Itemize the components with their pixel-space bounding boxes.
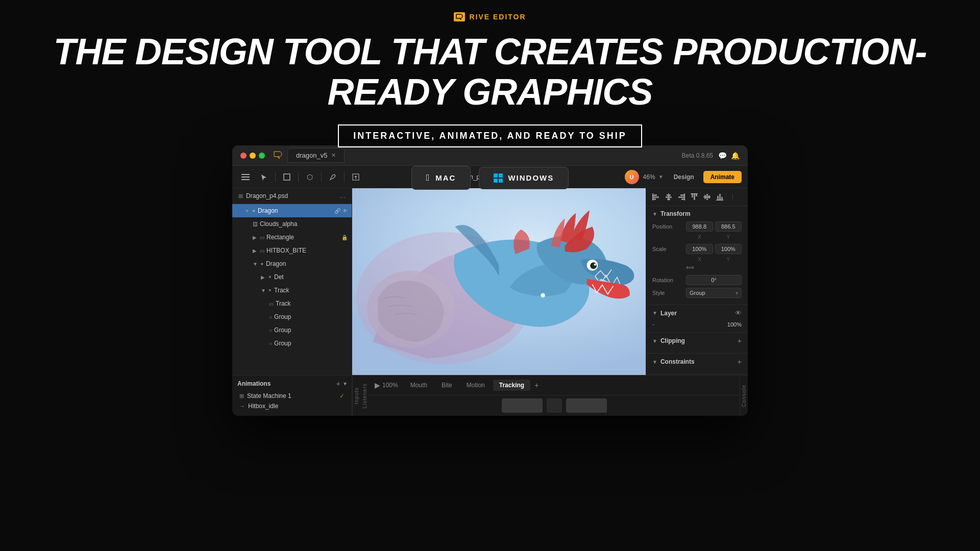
eye-icon[interactable]: 👁 <box>342 208 348 214</box>
align-right-button[interactable] <box>676 191 687 203</box>
layer-item-track-group[interactable]: ▼ ✦ Track <box>232 284 352 297</box>
canvas-area[interactable] <box>352 188 646 375</box>
svg-rect-34 <box>719 194 721 200</box>
scale-y-value[interactable]: 100% <box>715 244 742 254</box>
align-top-button[interactable] <box>689 191 700 203</box>
windows-label: WINDOWS <box>508 173 554 182</box>
style-dropdown-icon: ▾ <box>736 290 738 296</box>
layer-label-group1: Group <box>274 313 291 320</box>
clipping-collapse-icon: ▼ <box>652 338 657 344</box>
rive-logo-bar: RIVE EDITOR <box>0 12 980 21</box>
layer-eye-icon[interactable]: 👁 <box>735 309 742 317</box>
rive-logo-icon <box>454 12 465 21</box>
layer-item-hitbox[interactable]: ▶ ▭ HITBOX_BITE <box>232 244 352 257</box>
mac-label: MAC <box>435 173 456 182</box>
layer-header[interactable]: ▼ Layer 👁 <box>652 309 742 317</box>
tab-motion[interactable]: Motion <box>460 380 491 391</box>
timeline-block-2 <box>547 398 562 413</box>
rect-icon-2: ▭ <box>260 248 264 254</box>
position-row: Position 988.8 886.5 X Y <box>652 221 742 240</box>
app-name: RIVE EDITOR <box>469 13 526 21</box>
panel-options-icon[interactable]: … <box>339 192 346 199</box>
scale-row: Scale 100% 100% X Y ⟺ <box>652 244 742 271</box>
mac-download-button[interactable]:  MAC <box>411 166 471 190</box>
constraints-header[interactable]: ▼ Constraints + <box>652 358 742 366</box>
state-machine-check-icon: ✓ <box>339 392 345 399</box>
hero-title: THE DESIGN TOOL THAT CREATES PRODUCTION-… <box>0 32 980 112</box>
clipping-header[interactable]: ▼ Clipping + <box>652 337 742 345</box>
timeline-add-button[interactable]: + <box>534 381 538 389</box>
dragon-illustration <box>352 188 646 375</box>
layer-item-rectangle[interactable]: ▶ ▭ Rectangle 🔒 <box>232 231 352 244</box>
artboard-label: ⊞ Dragon_p4.psd <box>238 192 288 199</box>
svg-rect-32 <box>703 196 710 197</box>
scale-x-label: X <box>686 257 713 262</box>
inputs-side-tab[interactable]: Inputs <box>352 375 360 416</box>
tab-tracking[interactable]: Tracking <box>493 380 530 391</box>
scale-x-value[interactable]: 100% <box>686 244 713 254</box>
layer-label-hitbox: HITBOX_BITE <box>266 247 306 254</box>
layer-collapse-icon: ▼ <box>652 310 657 316</box>
align-bottom-button[interactable] <box>714 191 725 203</box>
distribute-button[interactable]: ⋮ <box>727 191 738 203</box>
tab-mouth[interactable]: Mouth <box>404 380 433 391</box>
timeline-play-button[interactable]: ▶ <box>375 381 380 389</box>
constraints-add-button[interactable]: + <box>738 358 742 366</box>
tab-bite[interactable]: Bite <box>435 380 458 391</box>
state-machine-item[interactable]: ⊞ State Machine 1 ✓ <box>237 391 347 401</box>
layer-item-group3[interactable]: ○ Group <box>232 337 352 350</box>
det-icon: ✦ <box>268 274 272 280</box>
layer-item-dragon[interactable]: ▼ ✦ Dragon 🔗 👁 <box>232 204 352 217</box>
position-x-label: X <box>686 234 713 240</box>
position-x-value[interactable]: 988.8 <box>686 221 713 232</box>
listeners-side-tab[interactable]: Listeners <box>360 375 369 416</box>
clipping-add-button[interactable]: + <box>738 337 742 345</box>
state-machine-icon: ⊞ <box>239 393 244 399</box>
layer-item-det[interactable]: ▶ ✦ Det <box>232 270 352 284</box>
console-label: Console <box>741 385 747 407</box>
style-value: Group <box>690 290 705 296</box>
chevron-down-icon-3: ▼ <box>261 288 266 293</box>
constraints-section: ▼ Constraints + <box>646 354 748 374</box>
layers-panel-header: ⊞ Dragon_p4.psd … <box>232 188 352 204</box>
position-y-value[interactable]: 886.5 <box>715 221 742 232</box>
layer-item-group2[interactable]: ○ Group <box>232 323 352 337</box>
style-select[interactable]: Group ▾ <box>686 288 742 298</box>
svg-rect-24 <box>684 193 685 201</box>
animations-add-button[interactable]: + <box>336 380 340 388</box>
rotation-value[interactable]: 0° <box>686 275 742 285</box>
svg-rect-16 <box>652 193 653 201</box>
layer-label-group3: Group <box>274 340 291 347</box>
download-buttons:  MAC WINDOWS <box>0 166 980 190</box>
align-toolbar: ⋮ <box>646 188 748 206</box>
style-row: Style Group ▾ <box>652 288 742 298</box>
align-left-button[interactable] <box>650 191 662 203</box>
editor-main: ⊞ Dragon_p4.psd … ▼ ✦ Dragon 🔗 👁 <box>232 188 748 375</box>
layer-item-clouds[interactable]: 🖼 Clouds_alpha <box>232 217 352 231</box>
artboard-icon: ⊞ <box>238 193 243 199</box>
windows-download-button[interactable]: WINDOWS <box>479 167 569 189</box>
animations-title: Animations <box>237 380 333 387</box>
svg-point-10 <box>590 262 597 269</box>
svg-point-12 <box>541 293 545 298</box>
chevron-right-icon-3: ▶ <box>261 274 266 280</box>
image-icon: 🖼 <box>253 221 258 227</box>
align-center-h-button[interactable] <box>663 191 674 203</box>
state-machine-label: State Machine 1 <box>247 392 336 399</box>
track-group-icon: ✦ <box>268 288 272 293</box>
align-middle-button[interactable] <box>701 191 713 203</box>
console-side-tab[interactable]: Console <box>740 375 748 416</box>
hitbox-idle-item[interactable]: → Hitbox_idle <box>237 401 347 411</box>
layer-item-group1[interactable]: ○ Group <box>232 310 352 323</box>
layer-label-track-group: Track <box>274 287 289 294</box>
transform-header[interactable]: ▼ Transform <box>652 210 742 217</box>
layer-item-track[interactable]: ▭ Track <box>232 297 352 310</box>
layer-item-dragon-sub[interactable]: ▼ ✦ Dragon <box>232 257 352 270</box>
link-scale-icon[interactable]: ⟺ <box>686 264 694 271</box>
svg-rect-22 <box>678 196 684 198</box>
animations-collapse-icon[interactable]: ▾ <box>344 380 347 387</box>
left-panel: ⊞ Dragon_p4.psd … ▼ ✦ Dragon 🔗 👁 <box>232 188 352 375</box>
svg-rect-21 <box>680 194 684 196</box>
animations-header: Animations + ▾ <box>237 380 347 388</box>
svg-rect-13 <box>653 194 657 196</box>
